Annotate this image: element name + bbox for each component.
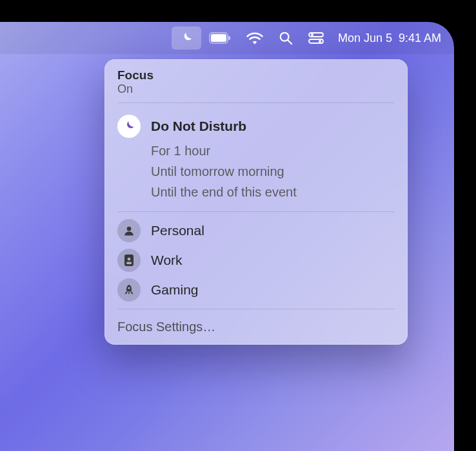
- do-not-disturb-row[interactable]: Do Not Disturb: [117, 112, 395, 140]
- svg-point-9: [127, 227, 132, 231]
- divider: [117, 211, 395, 212]
- dnd-option-until-event-end[interactable]: Until the end of this event: [117, 182, 395, 202]
- do-not-disturb-icon-circle: [117, 115, 141, 138]
- work-icon-circle: [117, 249, 141, 272]
- search-icon: [279, 31, 293, 45]
- menubar-time[interactable]: 9:41 AM: [392, 32, 441, 45]
- focus-popover: Focus On Do Not Disturb For 1 h: [104, 59, 408, 345]
- do-not-disturb-label: Do Not Disturb: [151, 119, 246, 134]
- svg-point-13: [128, 287, 130, 289]
- control-center-icon: [308, 32, 324, 44]
- divider: [117, 309, 395, 309]
- gaming-icon-circle: [117, 278, 141, 302]
- menubar-date[interactable]: Mon Jun 5: [332, 32, 392, 45]
- rocket-icon: [123, 283, 135, 296]
- personal-mode-row[interactable]: Personal: [104, 216, 408, 245]
- svg-rect-1: [211, 34, 226, 42]
- person-icon: [123, 225, 135, 236]
- work-label: Work: [151, 253, 183, 268]
- menubar: Mon Jun 5 9:41 AM: [0, 22, 454, 54]
- svg-rect-12: [126, 262, 132, 265]
- screen: Mon Jun 5 9:41 AM Focus On: [0, 22, 454, 451]
- spotlight-search[interactable]: [271, 26, 301, 50]
- dnd-option-1-hour[interactable]: For 1 hour: [117, 140, 395, 161]
- svg-point-8: [319, 40, 321, 43]
- battery-icon: [209, 32, 231, 44]
- personal-label: Personal: [151, 223, 204, 238]
- control-center-button[interactable]: [301, 26, 332, 50]
- popover-title: Focus: [117, 68, 395, 82]
- active-mode-block: Do Not Disturb For 1 hour Until tomorrow…: [104, 107, 408, 207]
- moon-icon: [179, 31, 193, 45]
- svg-point-6: [311, 34, 313, 36]
- divider: [117, 102, 395, 103]
- svg-point-11: [128, 258, 131, 261]
- gaming-label: Gaming: [151, 282, 199, 298]
- svg-line-4: [288, 40, 292, 44]
- personal-icon-circle: [117, 219, 141, 242]
- svg-rect-2: [228, 36, 230, 40]
- device-frame: Mon Jun 5 9:41 AM Focus On: [0, 0, 476, 451]
- wifi-status[interactable]: [239, 26, 271, 50]
- wifi-icon: [246, 32, 263, 44]
- popover-header: Focus On: [104, 59, 408, 99]
- moon-icon: [123, 120, 135, 133]
- focus-settings-link[interactable]: Focus Settings…: [104, 313, 408, 345]
- dnd-option-until-tomorrow[interactable]: Until tomorrow morning: [117, 161, 395, 182]
- id-badge-icon: [124, 254, 134, 267]
- focus-status-button[interactable]: [172, 26, 201, 50]
- gaming-mode-row[interactable]: Gaming: [104, 275, 408, 305]
- work-mode-row[interactable]: Work: [104, 245, 408, 275]
- popover-status: On: [117, 82, 395, 96]
- battery-status[interactable]: [201, 26, 239, 50]
